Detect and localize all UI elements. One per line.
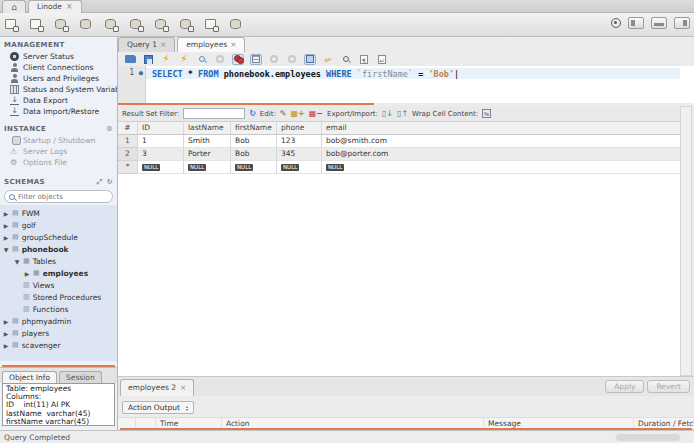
apply-button[interactable]: Apply — [605, 380, 644, 393]
refresh-schemas-icon[interactable]: ↻ — [107, 178, 113, 186]
cell-null[interactable]: NULL — [184, 161, 231, 174]
toggle-stop-on-error-icon[interactable] — [234, 55, 242, 63]
cell-phone[interactable]: 123 — [277, 135, 322, 148]
tree-item-stored-procedures[interactable]: ▥Stored Procedures — [0, 291, 117, 303]
create-procedure-icon[interactable] — [154, 18, 169, 32]
selector-spinner-icon[interactable]: ▴▾ — [186, 405, 188, 411]
stop-query-icon[interactable] — [216, 55, 224, 63]
sidebar-item-startup-shutdown[interactable]: Startup / Shutdown — [0, 135, 117, 146]
table-row[interactable]: 2 3 Porter Bob 345 bob@porter.com — [118, 148, 680, 161]
col-header-num[interactable]: # — [118, 122, 138, 135]
beautify-sql-icon[interactable]: ✏ — [320, 52, 335, 66]
export-recordset-icon[interactable]: ▯↓ — [382, 109, 393, 119]
reconnect-dbms-icon[interactable] — [229, 18, 244, 32]
limit-rows-icon[interactable] — [252, 55, 260, 63]
cell-null[interactable]: NULL — [277, 161, 322, 174]
close-icon[interactable]: × — [180, 383, 186, 392]
cell-id[interactable]: 3 — [138, 148, 184, 161]
open-file-icon[interactable] — [125, 55, 136, 63]
toggle-right-panel-button[interactable] — [674, 17, 690, 29]
delete-row-icon[interactable]: ▦− — [309, 109, 323, 119]
horizontal-scrollbar[interactable] — [616, 434, 680, 441]
toggle-left-panel-button[interactable] — [628, 17, 644, 29]
create-function-icon[interactable] — [179, 18, 194, 32]
col-header-message[interactable]: Message — [484, 418, 634, 428]
create-table-icon[interactable] — [104, 18, 119, 32]
edit-record-icon[interactable]: ✎ — [280, 109, 287, 119]
cell-email[interactable]: bob@porter.com — [322, 148, 680, 161]
open-sql-script-icon[interactable] — [29, 18, 44, 32]
expand-arrow-icon[interactable]: ▶ — [3, 342, 9, 349]
wrap-text-icon[interactable]: ↵ — [378, 55, 386, 64]
col-header-firstname[interactable]: firstName — [231, 122, 277, 135]
result-filter-input[interactable] — [183, 108, 245, 119]
result-side-panel-collapsed[interactable] — [680, 106, 692, 376]
sql-code-editor[interactable]: 1 ● SELECT * FROM phonebook.employees WH… — [118, 66, 694, 103]
tree-item-views[interactable]: ▥Views — [0, 279, 117, 291]
execute-query-icon[interactable]: ⚡ — [160, 54, 172, 65]
close-icon[interactable]: × — [230, 40, 236, 49]
explain-plan-icon[interactable] — [199, 56, 205, 62]
import-records-icon[interactable]: ▯↑ — [397, 109, 408, 119]
expand-arrow-icon[interactable]: ▶ — [3, 234, 9, 241]
tree-item-scavenger[interactable]: ▶▤scavenger — [0, 339, 117, 351]
rollback-icon[interactable] — [288, 55, 296, 63]
execute-current-statement-icon[interactable]: ⚡ — [178, 54, 190, 65]
cell-null[interactable]: NULL — [231, 161, 277, 174]
col-header-phone[interactable]: phone — [277, 122, 322, 135]
status-circle-icon[interactable] — [611, 18, 621, 28]
col-header-lastname[interactable]: lastName — [184, 122, 231, 135]
sidebar-item-client-connections[interactable]: Client Connections — [0, 62, 117, 73]
cell-id[interactable]: 1 — [138, 135, 184, 148]
output-selector[interactable]: Action Output ▴▾ — [122, 401, 194, 414]
save-icon[interactable] — [144, 55, 153, 64]
sidebar-item-system-variables[interactable]: Status and System Variables — [0, 84, 117, 95]
sidebar-item-server-status[interactable]: Server Status — [0, 51, 117, 62]
server-status-icon[interactable] — [54, 18, 69, 32]
search-table-data-icon[interactable] — [204, 18, 219, 32]
expand-arrow-icon[interactable]: ▶ — [24, 270, 30, 277]
toggle-bottom-panel-button[interactable] — [651, 17, 667, 29]
connection-tab[interactable]: Linode× — [28, 0, 82, 13]
cell-firstname[interactable]: Bob — [231, 135, 277, 148]
home-tab[interactable]: ⌂ — [2, 0, 26, 13]
tab-object-info[interactable]: Object Info — [2, 371, 57, 383]
col-header-id[interactable]: ID — [138, 122, 184, 135]
revert-button[interactable]: Revert — [647, 380, 690, 393]
wrap-cell-content-icon[interactable]: ↹ — [482, 109, 491, 118]
tree-item-golf[interactable]: ▶▤golf — [0, 219, 117, 231]
cell-lastname[interactable]: Porter — [184, 148, 231, 161]
cell-phone[interactable]: 345 — [277, 148, 322, 161]
tree-item-employees[interactable]: ▶▦employees — [0, 267, 117, 279]
cell-null[interactable]: NULL — [322, 161, 680, 174]
col-header-duration[interactable]: Duration / Fetch — [634, 418, 694, 428]
sidebar-item-options-file[interactable]: ⚙Options File — [0, 157, 117, 168]
find-icon[interactable] — [343, 56, 349, 62]
collapse-arrow-icon[interactable]: ▼ — [14, 258, 20, 265]
schema-filter-input[interactable] — [18, 193, 108, 201]
cell-email[interactable]: bob@smith.com — [322, 135, 680, 148]
tree-item-players[interactable]: ▶▤players — [0, 327, 117, 339]
instance-config-icon[interactable]: ⚙ — [106, 125, 113, 133]
cell-lastname[interactable]: Smith — [184, 135, 231, 148]
create-schema-icon[interactable] — [79, 18, 94, 32]
expand-arrow-icon[interactable]: ▶ — [3, 330, 9, 337]
cell-null[interactable]: NULL — [138, 161, 184, 174]
expand-arrow-icon[interactable]: ▶ — [3, 210, 9, 217]
tree-item-phpmyadmin[interactable]: ▶▤phpmyadmin — [0, 315, 117, 327]
col-header-time[interactable]: Time — [156, 418, 222, 428]
sidebar-item-data-import[interactable]: ↓Data Import/Restore — [0, 106, 117, 117]
commit-icon[interactable] — [270, 55, 278, 63]
tree-item-groupschedule[interactable]: ▶▤groupSchedule — [0, 231, 117, 243]
expand-arrow-icon[interactable]: ▶ — [3, 318, 9, 325]
col-header-action[interactable]: Action — [222, 418, 484, 428]
new-row-placeholder[interactable]: * NULL NULL NULL NULL NULL — [118, 161, 680, 174]
editor-splitter-highlight[interactable] — [118, 103, 374, 105]
tree-item-phonebook[interactable]: ▼▤phonebook — [0, 243, 117, 255]
tree-item-functions[interactable]: ▥Functions — [0, 303, 117, 315]
schema-filter[interactable] — [4, 190, 113, 203]
new-query-tab-icon[interactable] — [4, 18, 19, 32]
cell-firstname[interactable]: Bob — [231, 148, 277, 161]
sidebar-item-data-export[interactable]: ↓Data Export — [0, 95, 117, 106]
add-row-icon[interactable]: ▦+ — [290, 109, 304, 119]
